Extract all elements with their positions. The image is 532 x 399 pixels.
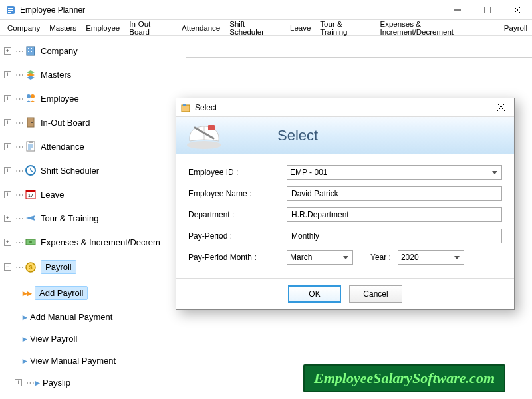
svg-text:17: 17 (28, 193, 33, 198)
svg-rect-11 (28, 51, 29, 52)
month-label: Pay-Period Month : (188, 253, 287, 262)
period-label: Pay-Period : (188, 231, 287, 241)
ok-button[interactable]: OK (288, 285, 341, 303)
expand-icon[interactable]: + (4, 95, 11, 102)
maximize-button[interactable] (472, 0, 502, 20)
svg-rect-36 (183, 104, 186, 106)
menu-shift-scheduler[interactable]: Shift Scheduler (225, 18, 285, 38)
svg-point-39 (187, 141, 221, 149)
tree-shift-scheduler[interactable]: +⋯Shift Scheduler (3, 161, 183, 180)
dept-input[interactable] (287, 207, 502, 222)
money-icon (25, 236, 37, 248)
cancel-button[interactable]: Cancel (349, 285, 402, 303)
svg-point-17 (31, 94, 35, 98)
expand-icon[interactable]: + (4, 167, 11, 174)
menu-expenses[interactable]: Expenses & Increment/Decrement (375, 18, 499, 38)
menu-masters[interactable]: Masters (45, 22, 81, 34)
tree-company[interactable]: +⋯Company (3, 41, 183, 60)
tree-expenses[interactable]: +⋯Expenses & Increment/Decrem (3, 233, 183, 251)
svg-rect-10 (31, 48, 32, 49)
expand-icon[interactable]: + (4, 191, 11, 198)
svg-point-19 (31, 122, 33, 123)
svg-rect-41 (208, 125, 215, 130)
dialog-titlebar: Select (176, 98, 514, 117)
tree-masters[interactable]: +⋯Masters (3, 65, 183, 84)
tree-employee[interactable]: +⋯Employee (3, 89, 183, 108)
titlebar: Employee Planner (0, 0, 532, 20)
menu-tour-training[interactable]: Tour & Training (315, 18, 375, 38)
door-icon (25, 116, 37, 128)
tree-payroll[interactable]: −⋯$Payroll (3, 257, 183, 277)
arrow-icon: ▸ (35, 378, 40, 388)
collapse-icon[interactable]: − (4, 263, 11, 271)
dialog-banner: Select (176, 117, 514, 154)
tree-add-manual-payment[interactable]: ▸Add Manual Payment (3, 309, 183, 325)
menu-company[interactable]: Company (3, 22, 45, 34)
menu-payroll[interactable]: Payroll (499, 22, 532, 34)
menu-employee[interactable]: Employee (81, 22, 124, 34)
app-icon (5, 5, 16, 15)
dept-label: Department : (188, 210, 287, 219)
arrow-icon: ▸ (23, 356, 27, 366)
tree-tour-training[interactable]: +⋯Tour & Training (3, 209, 183, 227)
tree-payslip[interactable]: +⋯▸Payslip (3, 374, 183, 391)
svg-rect-9 (28, 48, 29, 49)
expand-icon[interactable]: + (4, 71, 11, 78)
minimize-button[interactable] (442, 0, 472, 20)
svg-marker-15 (27, 76, 35, 80)
dialog-icon (180, 102, 191, 113)
expand-icon[interactable]: + (4, 215, 11, 222)
tree-in-out-board[interactable]: +⋯In-Out Board (3, 113, 183, 132)
menu-leave[interactable]: Leave (285, 22, 315, 34)
arrow-icon: ▸ (23, 334, 27, 344)
tree-view-payroll[interactable]: ▸View Payroll (3, 331, 183, 347)
expand-icon[interactable]: + (15, 379, 22, 386)
svg-rect-20 (27, 142, 35, 151)
month-select[interactable]: March (287, 250, 353, 265)
svg-rect-29 (26, 190, 35, 192)
tree-leave[interactable]: +⋯17Leave (3, 185, 183, 203)
emp-name-input[interactable] (287, 186, 502, 201)
watermark: EmployeeSalarySoftware.com (303, 364, 505, 392)
people-icon (25, 92, 37, 104)
svg-rect-2 (8, 10, 13, 11)
svg-rect-5 (484, 7, 491, 13)
svg-rect-12 (31, 51, 32, 52)
expand-icon[interactable]: + (4, 47, 11, 55)
dialog-banner-title: Select (277, 127, 318, 144)
dialog-close-button[interactable] (487, 98, 514, 117)
stack-icon (25, 68, 37, 80)
plane-icon (25, 212, 37, 224)
svg-rect-18 (27, 118, 34, 127)
sidebar-tree: +⋯Company +⋯Masters +⋯Employee +⋯In-Out … (0, 36, 186, 399)
svg-rect-3 (8, 12, 11, 13)
calendar-icon: 17 (25, 188, 37, 200)
clock-icon (25, 164, 37, 176)
expand-icon[interactable]: + (4, 119, 11, 126)
menu-attendance[interactable]: Attendance (177, 22, 225, 34)
close-button[interactable] (502, 0, 532, 20)
expand-icon[interactable]: + (4, 143, 11, 150)
notebook-icon (184, 121, 224, 150)
tree-add-payroll[interactable]: ▸▸Add Payroll (3, 283, 183, 303)
tree-view-manual-payment[interactable]: ▸View Manual Payment (3, 352, 183, 369)
period-input[interactable] (287, 229, 502, 243)
building-icon (25, 45, 37, 57)
svg-rect-1 (8, 8, 13, 9)
coin-icon: $ (25, 261, 37, 273)
arrow-icon: ▸ (23, 312, 27, 322)
select-dialog: Select Select Employee ID : EMP - 001 Em… (176, 98, 515, 310)
year-select[interactable]: 2020 (398, 250, 464, 265)
year-label: Year : (370, 253, 391, 262)
arrow-icon: ▸▸ (23, 288, 32, 298)
window-title: Employee Planner (20, 5, 442, 15)
menu-in-out-board[interactable]: In-Out Board (124, 18, 177, 38)
svg-point-32 (29, 241, 32, 243)
clipboard-icon (25, 140, 37, 152)
emp-name-label: Employee Name : (188, 189, 287, 198)
emp-id-select[interactable]: EMP - 001 (287, 165, 502, 180)
svg-point-16 (27, 94, 31, 98)
tree-attendance[interactable]: +⋯Attendance (3, 137, 183, 156)
expand-icon[interactable]: + (4, 239, 11, 246)
svg-text:$: $ (29, 264, 32, 271)
